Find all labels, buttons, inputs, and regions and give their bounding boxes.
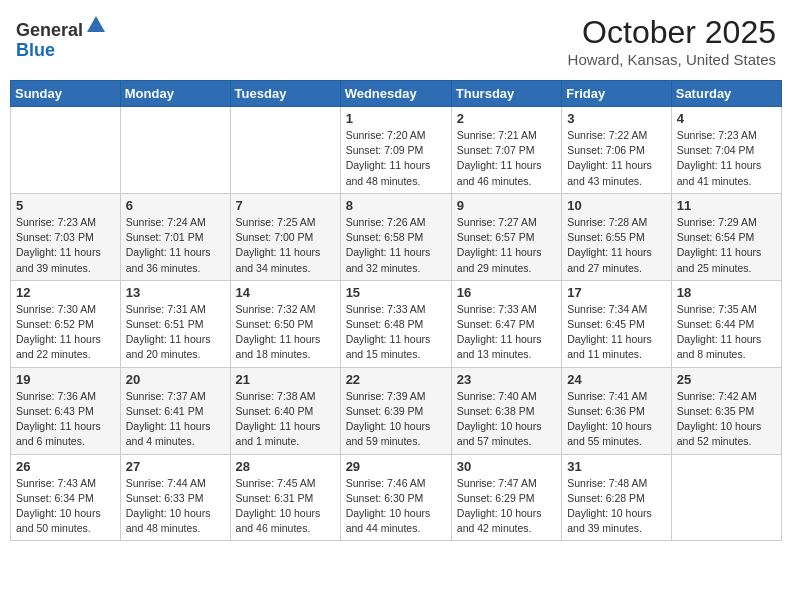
day-number: 10 [567,198,666,213]
day-info: Sunrise: 7:42 AM Sunset: 6:35 PM Dayligh… [677,389,776,450]
logo: General Blue [16,14,107,61]
day-number: 2 [457,111,556,126]
logo-general: General [16,20,83,40]
day-number: 8 [346,198,446,213]
calendar-day-header: Saturday [671,81,781,107]
calendar-day-cell: 31Sunrise: 7:48 AM Sunset: 6:28 PM Dayli… [562,454,672,541]
day-number: 22 [346,372,446,387]
day-info: Sunrise: 7:28 AM Sunset: 6:55 PM Dayligh… [567,215,666,276]
calendar-day-cell: 15Sunrise: 7:33 AM Sunset: 6:48 PM Dayli… [340,280,451,367]
day-info: Sunrise: 7:45 AM Sunset: 6:31 PM Dayligh… [236,476,335,537]
day-number: 27 [126,459,225,474]
day-info: Sunrise: 7:21 AM Sunset: 7:07 PM Dayligh… [457,128,556,189]
day-number: 9 [457,198,556,213]
calendar-week-row: 5Sunrise: 7:23 AM Sunset: 7:03 PM Daylig… [11,193,782,280]
day-info: Sunrise: 7:20 AM Sunset: 7:09 PM Dayligh… [346,128,446,189]
logo-icon [85,14,107,36]
day-number: 14 [236,285,335,300]
day-info: Sunrise: 7:41 AM Sunset: 6:36 PM Dayligh… [567,389,666,450]
day-info: Sunrise: 7:26 AM Sunset: 6:58 PM Dayligh… [346,215,446,276]
day-number: 5 [16,198,115,213]
day-number: 25 [677,372,776,387]
calendar-day-cell: 20Sunrise: 7:37 AM Sunset: 6:41 PM Dayli… [120,367,230,454]
calendar-week-row: 1Sunrise: 7:20 AM Sunset: 7:09 PM Daylig… [11,107,782,194]
calendar-day-cell: 22Sunrise: 7:39 AM Sunset: 6:39 PM Dayli… [340,367,451,454]
day-info: Sunrise: 7:23 AM Sunset: 7:03 PM Dayligh… [16,215,115,276]
calendar-day-cell: 21Sunrise: 7:38 AM Sunset: 6:40 PM Dayli… [230,367,340,454]
day-number: 1 [346,111,446,126]
calendar-day-cell: 5Sunrise: 7:23 AM Sunset: 7:03 PM Daylig… [11,193,121,280]
calendar-day-cell: 25Sunrise: 7:42 AM Sunset: 6:35 PM Dayli… [671,367,781,454]
day-number: 29 [346,459,446,474]
calendar-table: SundayMondayTuesdayWednesdayThursdayFrid… [10,80,782,541]
title-block: October 2025 Howard, Kansas, United Stat… [568,14,776,68]
calendar-day-cell: 4Sunrise: 7:23 AM Sunset: 7:04 PM Daylig… [671,107,781,194]
day-info: Sunrise: 7:47 AM Sunset: 6:29 PM Dayligh… [457,476,556,537]
calendar-day-cell: 18Sunrise: 7:35 AM Sunset: 6:44 PM Dayli… [671,280,781,367]
day-info: Sunrise: 7:34 AM Sunset: 6:45 PM Dayligh… [567,302,666,363]
day-info: Sunrise: 7:25 AM Sunset: 7:00 PM Dayligh… [236,215,335,276]
calendar-day-cell: 1Sunrise: 7:20 AM Sunset: 7:09 PM Daylig… [340,107,451,194]
day-info: Sunrise: 7:24 AM Sunset: 7:01 PM Dayligh… [126,215,225,276]
day-number: 20 [126,372,225,387]
calendar-day-cell: 7Sunrise: 7:25 AM Sunset: 7:00 PM Daylig… [230,193,340,280]
calendar-day-cell: 12Sunrise: 7:30 AM Sunset: 6:52 PM Dayli… [11,280,121,367]
calendar-week-row: 12Sunrise: 7:30 AM Sunset: 6:52 PM Dayli… [11,280,782,367]
day-info: Sunrise: 7:27 AM Sunset: 6:57 PM Dayligh… [457,215,556,276]
day-info: Sunrise: 7:46 AM Sunset: 6:30 PM Dayligh… [346,476,446,537]
day-number: 6 [126,198,225,213]
day-info: Sunrise: 7:29 AM Sunset: 6:54 PM Dayligh… [677,215,776,276]
calendar-day-cell: 27Sunrise: 7:44 AM Sunset: 6:33 PM Dayli… [120,454,230,541]
day-info: Sunrise: 7:44 AM Sunset: 6:33 PM Dayligh… [126,476,225,537]
calendar-day-header: Friday [562,81,672,107]
calendar-day-cell: 14Sunrise: 7:32 AM Sunset: 6:50 PM Dayli… [230,280,340,367]
calendar-day-cell: 10Sunrise: 7:28 AM Sunset: 6:55 PM Dayli… [562,193,672,280]
calendar-day-cell: 2Sunrise: 7:21 AM Sunset: 7:07 PM Daylig… [451,107,561,194]
day-number: 26 [16,459,115,474]
day-number: 21 [236,372,335,387]
day-info: Sunrise: 7:31 AM Sunset: 6:51 PM Dayligh… [126,302,225,363]
calendar-day-cell [671,454,781,541]
day-info: Sunrise: 7:35 AM Sunset: 6:44 PM Dayligh… [677,302,776,363]
day-number: 12 [16,285,115,300]
page-title: October 2025 [568,14,776,51]
svg-marker-0 [87,16,105,32]
day-number: 15 [346,285,446,300]
calendar-day-cell: 29Sunrise: 7:46 AM Sunset: 6:30 PM Dayli… [340,454,451,541]
day-info: Sunrise: 7:43 AM Sunset: 6:34 PM Dayligh… [16,476,115,537]
calendar-day-cell: 23Sunrise: 7:40 AM Sunset: 6:38 PM Dayli… [451,367,561,454]
calendar-day-header: Wednesday [340,81,451,107]
day-info: Sunrise: 7:30 AM Sunset: 6:52 PM Dayligh… [16,302,115,363]
calendar-day-cell: 28Sunrise: 7:45 AM Sunset: 6:31 PM Dayli… [230,454,340,541]
calendar-day-header: Thursday [451,81,561,107]
day-info: Sunrise: 7:40 AM Sunset: 6:38 PM Dayligh… [457,389,556,450]
calendar-week-row: 26Sunrise: 7:43 AM Sunset: 6:34 PM Dayli… [11,454,782,541]
day-number: 19 [16,372,115,387]
day-info: Sunrise: 7:37 AM Sunset: 6:41 PM Dayligh… [126,389,225,450]
day-number: 16 [457,285,556,300]
day-number: 31 [567,459,666,474]
calendar-day-cell: 9Sunrise: 7:27 AM Sunset: 6:57 PM Daylig… [451,193,561,280]
day-info: Sunrise: 7:32 AM Sunset: 6:50 PM Dayligh… [236,302,335,363]
calendar-day-cell: 30Sunrise: 7:47 AM Sunset: 6:29 PM Dayli… [451,454,561,541]
day-number: 13 [126,285,225,300]
logo-blue: Blue [16,40,55,60]
day-info: Sunrise: 7:33 AM Sunset: 6:47 PM Dayligh… [457,302,556,363]
calendar-day-cell: 26Sunrise: 7:43 AM Sunset: 6:34 PM Dayli… [11,454,121,541]
day-info: Sunrise: 7:22 AM Sunset: 7:06 PM Dayligh… [567,128,666,189]
day-info: Sunrise: 7:38 AM Sunset: 6:40 PM Dayligh… [236,389,335,450]
day-number: 4 [677,111,776,126]
calendar-day-cell: 3Sunrise: 7:22 AM Sunset: 7:06 PM Daylig… [562,107,672,194]
day-number: 18 [677,285,776,300]
calendar-day-cell: 11Sunrise: 7:29 AM Sunset: 6:54 PM Dayli… [671,193,781,280]
day-number: 30 [457,459,556,474]
calendar-day-cell: 17Sunrise: 7:34 AM Sunset: 6:45 PM Dayli… [562,280,672,367]
day-info: Sunrise: 7:39 AM Sunset: 6:39 PM Dayligh… [346,389,446,450]
day-number: 3 [567,111,666,126]
calendar-day-cell: 13Sunrise: 7:31 AM Sunset: 6:51 PM Dayli… [120,280,230,367]
day-number: 24 [567,372,666,387]
page-header: General Blue October 2025 Howard, Kansas… [10,10,782,72]
calendar-day-cell [230,107,340,194]
calendar-header-row: SundayMondayTuesdayWednesdayThursdayFrid… [11,81,782,107]
page-subtitle: Howard, Kansas, United States [568,51,776,68]
